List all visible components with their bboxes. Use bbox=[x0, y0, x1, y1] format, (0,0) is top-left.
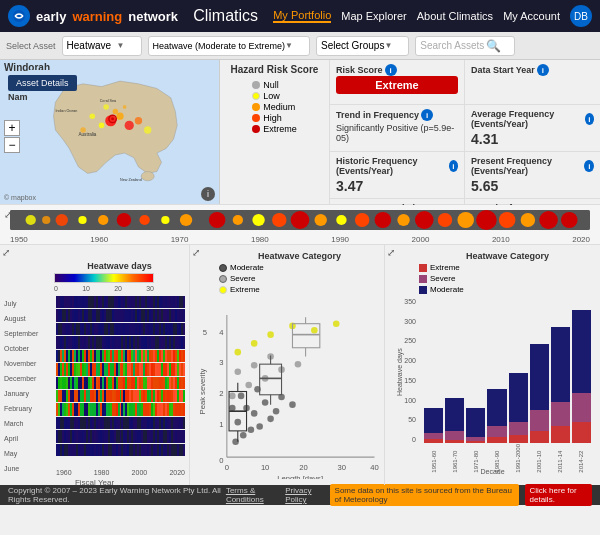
svg-point-9 bbox=[135, 117, 142, 124]
asset-details-button[interactable]: Asset Details bbox=[8, 75, 77, 91]
svg-text:Length [days]: Length [days] bbox=[277, 474, 323, 479]
svg-point-3 bbox=[105, 115, 116, 126]
bar-extreme bbox=[509, 435, 528, 443]
filter-bar: Select Asset Heatwave ▼ Heatwave (Modera… bbox=[0, 32, 600, 60]
footer-privacy[interactable]: Privacy Policy bbox=[285, 486, 323, 504]
svg-point-86 bbox=[235, 349, 242, 356]
map-info-button[interactable]: i bbox=[201, 187, 215, 201]
historic-freq-title: Historic Frequency (Events/Year) bbox=[336, 156, 447, 176]
click-details-button[interactable]: Click here for details. bbox=[525, 484, 592, 506]
nav-map-explorer[interactable]: Map Explorer bbox=[341, 10, 406, 22]
zoom-out-button[interactable]: − bbox=[4, 137, 20, 153]
svg-point-82 bbox=[295, 361, 302, 368]
svg-point-38 bbox=[375, 212, 392, 228]
trend-frequency-cell: Trend in Frequency i Significantly Posit… bbox=[330, 105, 465, 152]
heatmap-cell bbox=[183, 430, 185, 442]
groups-filter[interactable]: Select Groups ▼ bbox=[316, 36, 409, 56]
footer-terms[interactable]: Terms & Conditions bbox=[226, 486, 279, 504]
svg-text:40: 40 bbox=[370, 463, 379, 472]
risk-score-title: Risk Score bbox=[336, 65, 383, 75]
heatwave-filter[interactable]: Heatwave ▼ bbox=[62, 36, 142, 56]
bar-extreme bbox=[530, 431, 549, 443]
barchart-x-label: 1951-60 bbox=[431, 444, 437, 473]
avg-freq-info[interactable]: i bbox=[585, 113, 594, 125]
bar-group bbox=[530, 344, 549, 443]
search-button[interactable]: 🔍 bbox=[484, 39, 503, 53]
timeline-bar[interactable] bbox=[10, 210, 590, 230]
svg-point-2 bbox=[141, 172, 154, 181]
bar-severe bbox=[530, 410, 549, 431]
svg-point-90 bbox=[311, 327, 318, 334]
search-box[interactable]: Search Assets 🔍 bbox=[415, 36, 515, 56]
bar-extreme bbox=[551, 426, 570, 443]
svg-point-46 bbox=[539, 211, 558, 229]
heatwave-type-filter[interactable]: Heatwave (Moderate to Extreme) ▼ bbox=[148, 36, 310, 56]
svg-text:Australia: Australia bbox=[78, 132, 96, 137]
svg-point-30 bbox=[209, 212, 226, 228]
bar-group bbox=[445, 398, 464, 443]
heatmap-expand-icon[interactable]: ⤢ bbox=[2, 247, 10, 258]
svg-point-22 bbox=[42, 216, 50, 224]
nav-my-account[interactable]: My Account bbox=[503, 10, 560, 22]
heatmap-y-labels: JulyAugustSeptemberOctober NovemberDecem… bbox=[4, 296, 54, 476]
heatmap-title-area: Heatwave days 0102030 bbox=[54, 261, 185, 292]
trend-freq-info[interactable]: i bbox=[421, 109, 433, 121]
svg-point-31 bbox=[233, 215, 243, 225]
bar-extreme bbox=[572, 422, 591, 443]
bar-extreme bbox=[424, 439, 443, 443]
svg-point-29 bbox=[180, 214, 192, 226]
risk-score-info[interactable]: i bbox=[385, 64, 397, 76]
barchart-y-labels: 350300250200 150100500 bbox=[389, 298, 419, 443]
charts-section: ⤢ Heatwave days 0102030 JulyAugustSeptem… bbox=[0, 245, 600, 485]
avg-freq-cell: Average Frequency (Events/Year) i 4.31 bbox=[465, 105, 600, 152]
data-start-info[interactable]: i bbox=[537, 64, 549, 76]
nav-about-climatics[interactable]: About Climatics bbox=[417, 10, 493, 22]
nav: My Portfolio Map Explorer About Climatic… bbox=[273, 5, 592, 27]
svg-text:3: 3 bbox=[219, 358, 223, 367]
map-stats-section: Windorah Asset Details Name: St George +… bbox=[0, 60, 600, 205]
barchart-y-title: Heatwave days bbox=[396, 376, 403, 396]
svg-point-75 bbox=[229, 405, 236, 412]
heatmap-cell bbox=[183, 390, 185, 402]
svg-point-15 bbox=[111, 118, 114, 121]
svg-text:20: 20 bbox=[299, 463, 308, 472]
svg-point-66 bbox=[235, 419, 242, 426]
present-freq-value: 5.65 bbox=[471, 178, 594, 194]
svg-point-10 bbox=[103, 104, 109, 110]
scatter-chart-panel: ⤢ Heatwave Category Moderate Severe Extr… bbox=[190, 245, 385, 485]
barchart-expand-icon[interactable]: ⤢ bbox=[387, 247, 395, 258]
barchart-panel: ⤢ Heatwave Category Extreme Severe Moder… bbox=[385, 245, 600, 485]
colorbar bbox=[54, 273, 154, 283]
bar-moderate bbox=[551, 327, 570, 402]
present-freq-info[interactable]: i bbox=[584, 160, 594, 172]
heatmap-cell bbox=[183, 323, 185, 335]
svg-text:1: 1 bbox=[219, 420, 223, 429]
heatmap-row bbox=[56, 377, 185, 389]
historic-freq-info[interactable]: i bbox=[449, 160, 458, 172]
bar-extreme bbox=[487, 437, 506, 443]
heatmap-cell bbox=[183, 444, 185, 456]
historic-freq-value: 3.47 bbox=[336, 178, 458, 194]
heatmap-row bbox=[56, 430, 185, 442]
bars-area bbox=[424, 298, 591, 443]
svg-point-21 bbox=[26, 215, 36, 225]
svg-point-68 bbox=[251, 410, 258, 417]
user-icon[interactable]: DB bbox=[570, 5, 592, 27]
scatter-expand-icon[interactable]: ⤢ bbox=[192, 247, 200, 258]
nav-my-portfolio[interactable]: My Portfolio bbox=[273, 9, 331, 23]
svg-text:4: 4 bbox=[219, 328, 224, 337]
heatmap-row bbox=[56, 363, 185, 375]
page-title: Climatics bbox=[193, 7, 258, 25]
zoom-controls: + − bbox=[4, 120, 20, 153]
heatmap-title: Heatwave days bbox=[54, 261, 185, 271]
data-start-year-cell: Data Start Year i bbox=[465, 60, 600, 105]
svg-point-41 bbox=[438, 213, 453, 227]
bar-stack bbox=[509, 373, 528, 443]
heatmap-row bbox=[56, 403, 185, 415]
risk-score-cell: Risk Score i Extreme bbox=[330, 60, 465, 105]
zoom-in-button[interactable]: + bbox=[4, 120, 20, 136]
svg-point-83 bbox=[251, 362, 258, 369]
svg-point-24 bbox=[78, 216, 86, 224]
logo-early: early bbox=[36, 9, 66, 24]
bom-notice: Some data on this site is sourced from t… bbox=[330, 484, 519, 506]
